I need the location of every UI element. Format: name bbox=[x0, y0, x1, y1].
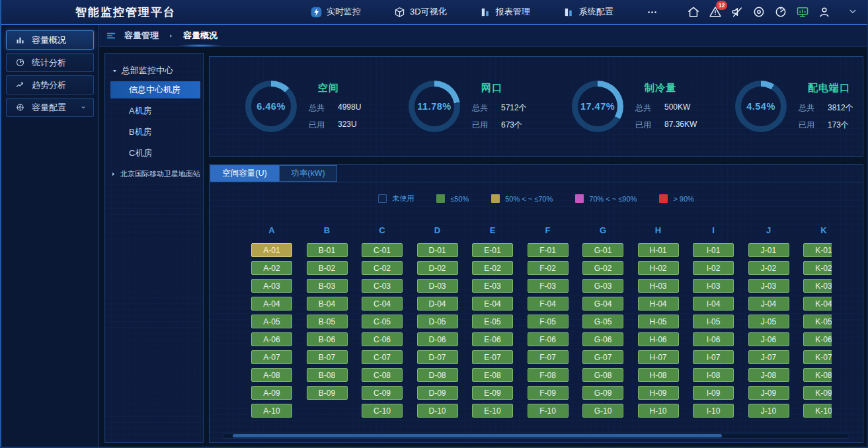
rack-cell-K-10[interactable]: K-10 bbox=[803, 404, 832, 418]
rack-cell-K-04[interactable]: K-04 bbox=[803, 297, 832, 311]
rack-cell-C-04[interactable]: C-04 bbox=[362, 297, 403, 311]
rack-cell-D-09[interactable]: D-09 bbox=[417, 386, 458, 400]
breadcrumb-current[interactable]: 容量概况 bbox=[183, 30, 217, 42]
rack-cell-I-03[interactable]: I-03 bbox=[693, 279, 734, 293]
rack-cell-J-03[interactable]: J-03 bbox=[748, 279, 789, 293]
sidebar-item-3[interactable]: 趋势分析 bbox=[6, 75, 94, 94]
breadcrumb-menu-icon[interactable] bbox=[106, 30, 116, 41]
rack-cell-J-01[interactable]: J-01 bbox=[748, 243, 789, 257]
rack-cell-K-03[interactable]: K-03 bbox=[803, 279, 832, 293]
tab-1[interactable]: 空间容量(U) bbox=[210, 165, 279, 182]
rack-cell-K-08[interactable]: K-08 bbox=[803, 368, 832, 382]
rack-cell-D-05[interactable]: D-05 bbox=[417, 315, 458, 328]
rack-cell-D-06[interactable]: D-06 bbox=[417, 332, 458, 346]
rack-cell-G-09[interactable]: G-09 bbox=[582, 386, 623, 400]
rack-cell-E-04[interactable]: E-04 bbox=[472, 297, 513, 311]
rack-cell-D-08[interactable]: D-08 bbox=[417, 368, 458, 382]
rack-cell-A-10[interactable]: A-10 bbox=[251, 404, 292, 418]
sidebar-item-4[interactable]: 容量配置⌄ bbox=[6, 98, 94, 117]
rack-cell-J-08[interactable]: J-08 bbox=[748, 368, 789, 382]
rack-cell-I-09[interactable]: I-09 bbox=[693, 386, 734, 400]
rack-cell-B-08[interactable]: B-08 bbox=[307, 368, 348, 382]
rack-cell-H-04[interactable]: H-04 bbox=[638, 297, 679, 311]
rack-cell-C-03[interactable]: C-03 bbox=[362, 279, 403, 293]
rack-cell-I-01[interactable]: I-01 bbox=[693, 243, 734, 257]
mute-icon[interactable] bbox=[730, 5, 744, 19]
rack-cell-C-06[interactable]: C-06 bbox=[362, 332, 403, 346]
rack-cell-K-01[interactable]: K-01 bbox=[803, 243, 832, 257]
rack-cell-H-05[interactable]: H-05 bbox=[638, 315, 679, 328]
rack-cell-E-09[interactable]: E-09 bbox=[472, 386, 513, 400]
rack-cell-C-02[interactable]: C-02 bbox=[362, 261, 403, 275]
rack-cell-I-06[interactable]: I-06 bbox=[693, 332, 734, 346]
rack-cell-B-06[interactable]: B-06 bbox=[307, 332, 348, 346]
rack-cell-F-08[interactable]: F-08 bbox=[528, 368, 569, 382]
rack-cell-E-06[interactable]: E-06 bbox=[472, 332, 513, 346]
rack-cell-B-02[interactable]: B-02 bbox=[307, 261, 348, 275]
rack-cell-B-04[interactable]: B-04 bbox=[307, 297, 348, 311]
sidebar-item-1[interactable]: 容量概况 bbox=[6, 30, 94, 50]
rack-cell-A-06[interactable]: A-06 bbox=[251, 332, 292, 346]
rack-cell-D-01[interactable]: D-01 bbox=[417, 243, 458, 257]
scrollbar-thumb[interactable] bbox=[233, 434, 722, 437]
rack-cell-J-07[interactable]: J-07 bbox=[748, 350, 789, 364]
rack-cell-F-04[interactable]: F-04 bbox=[528, 297, 569, 311]
rack-cell-F-07[interactable]: F-07 bbox=[528, 350, 569, 364]
rack-cell-K-09[interactable]: K-09 bbox=[803, 386, 832, 400]
rack-cell-J-04[interactable]: J-04 bbox=[748, 297, 789, 311]
rack-cell-G-01[interactable]: G-01 bbox=[582, 243, 623, 257]
rack-cell-D-10[interactable]: D-10 bbox=[417, 404, 458, 418]
sidebar-item-2[interactable]: 统计分析 bbox=[6, 53, 94, 72]
rack-cell-K-07[interactable]: K-07 bbox=[803, 350, 832, 364]
rack-cell-D-07[interactable]: D-07 bbox=[417, 350, 458, 364]
rack-cell-H-06[interactable]: H-06 bbox=[638, 332, 679, 346]
tree-child-2[interactable]: A机房 bbox=[110, 102, 200, 120]
rack-cell-J-06[interactable]: J-06 bbox=[748, 332, 789, 346]
tree-child-4[interactable]: C机房 bbox=[110, 145, 200, 162]
rack-cell-I-04[interactable]: I-04 bbox=[693, 297, 734, 311]
home-icon[interactable] bbox=[687, 5, 700, 19]
gauge-icon[interactable] bbox=[774, 5, 787, 19]
rack-cell-G-02[interactable]: G-02 bbox=[582, 261, 623, 275]
header-collapse-chevron-icon[interactable] bbox=[847, 5, 859, 17]
monitor-icon[interactable] bbox=[796, 5, 809, 19]
rack-cell-B-05[interactable]: B-05 bbox=[307, 315, 348, 328]
rack-cell-J-02[interactable]: J-02 bbox=[748, 261, 789, 275]
rack-cell-E-02[interactable]: E-02 bbox=[472, 261, 513, 275]
tab-2[interactable]: 功率(kW) bbox=[279, 165, 337, 182]
nav-item-4[interactable]: 系统配置 bbox=[563, 6, 613, 18]
rack-cell-D-04[interactable]: D-04 bbox=[417, 297, 458, 311]
rack-cell-I-07[interactable]: I-07 bbox=[693, 350, 734, 364]
rack-cell-A-02[interactable]: A-02 bbox=[251, 261, 292, 275]
rack-cell-A-03[interactable]: A-03 bbox=[251, 279, 292, 293]
tree-root-node-2[interactable]: 北京国际移动卫星地面站 bbox=[105, 166, 203, 184]
tree-root-node[interactable]: 总部监控中心 bbox=[105, 61, 203, 81]
rack-cell-H-08[interactable]: H-08 bbox=[638, 368, 679, 382]
rack-cell-H-02[interactable]: H-02 bbox=[638, 261, 679, 275]
rack-cell-G-08[interactable]: G-08 bbox=[582, 368, 623, 382]
rack-cell-F-01[interactable]: F-01 bbox=[528, 243, 569, 257]
rack-cell-H-10[interactable]: H-10 bbox=[638, 404, 679, 418]
rack-cell-G-06[interactable]: G-06 bbox=[582, 332, 623, 346]
rack-cell-J-10[interactable]: J-10 bbox=[748, 404, 789, 418]
rack-cell-F-09[interactable]: F-09 bbox=[528, 386, 569, 400]
rack-cell-F-06[interactable]: F-06 bbox=[528, 332, 569, 346]
nav-item-2[interactable]: 3D可视化 bbox=[394, 6, 447, 18]
rack-cell-I-02[interactable]: I-02 bbox=[693, 261, 734, 275]
horizontal-scrollbar[interactable] bbox=[223, 433, 849, 439]
rack-cell-I-05[interactable]: I-05 bbox=[693, 315, 734, 328]
rack-cell-J-05[interactable]: J-05 bbox=[748, 315, 789, 328]
rack-cell-C-09[interactable]: C-09 bbox=[362, 386, 403, 400]
rack-cell-I-08[interactable]: I-08 bbox=[693, 368, 734, 382]
rack-cell-E-07[interactable]: E-07 bbox=[472, 350, 513, 364]
rack-cell-B-09[interactable]: B-09 bbox=[307, 386, 348, 400]
rack-cell-D-03[interactable]: D-03 bbox=[417, 279, 458, 293]
rack-cell-G-10[interactable]: G-10 bbox=[582, 404, 623, 418]
rack-cell-G-07[interactable]: G-07 bbox=[582, 350, 623, 364]
rack-cell-A-08[interactable]: A-08 bbox=[251, 368, 292, 382]
rack-cell-K-02[interactable]: K-02 bbox=[803, 261, 832, 275]
rack-cell-E-03[interactable]: E-03 bbox=[472, 279, 513, 293]
rack-cell-E-05[interactable]: E-05 bbox=[472, 315, 513, 328]
rack-cell-H-03[interactable]: H-03 bbox=[638, 279, 679, 293]
rack-cell-I-10[interactable]: I-10 bbox=[693, 404, 734, 418]
